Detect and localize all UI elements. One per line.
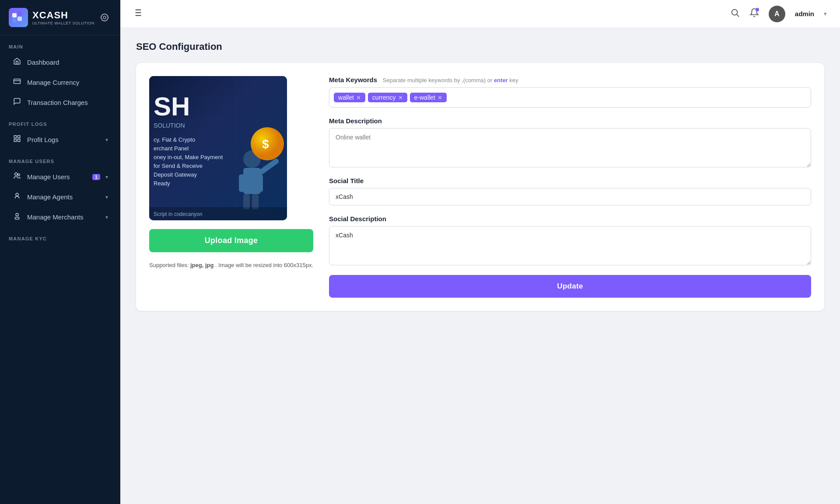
topbar-left bbox=[133, 8, 143, 20]
sidebar-item-label: Manage Merchants bbox=[27, 213, 100, 221]
svg-point-13 bbox=[16, 193, 18, 196]
sidebar-item-manage-currency[interactable]: Manage Currency bbox=[4, 73, 117, 92]
sidebar-item-manage-agents[interactable]: Manage Agents ▾ bbox=[4, 187, 117, 207]
sidebar-item-label: Profit Logs bbox=[27, 136, 100, 143]
admin-chevron-icon[interactable]: ▾ bbox=[824, 10, 827, 17]
sidebar-section-label-users: MANAGE USERS bbox=[0, 150, 120, 167]
seo-config-card: SH SOLUTION cy, Fiat & Crypto erchant Pa… bbox=[136, 63, 824, 311]
svg-text:Ready: Ready bbox=[154, 180, 170, 187]
avatar: A bbox=[769, 6, 785, 22]
social-title-input[interactable] bbox=[329, 188, 811, 205]
chevron-down-icon: ▾ bbox=[105, 214, 108, 220]
page-title: SEO Configuration bbox=[136, 41, 824, 52]
enter-key-text: enter bbox=[494, 77, 508, 83]
social-description-input[interactable]: xCash bbox=[329, 226, 811, 265]
upload-hint-formats: jpeg, jpg bbox=[190, 262, 214, 268]
svg-point-12 bbox=[18, 174, 20, 176]
tag-label: wallet bbox=[338, 94, 354, 101]
sidebar-item-transaction-charges[interactable]: Transaction Charges bbox=[4, 93, 117, 112]
meta-keywords-group: Meta Keywords Separate multiple keywords… bbox=[329, 76, 811, 108]
profit-icon bbox=[12, 135, 22, 145]
tag-remove-icon[interactable]: ✕ bbox=[398, 94, 403, 101]
chevron-down-icon: ▾ bbox=[105, 137, 108, 143]
charges-icon bbox=[12, 97, 22, 108]
svg-rect-41 bbox=[239, 174, 245, 192]
users-icon bbox=[12, 172, 22, 182]
chevron-down-icon: ▾ bbox=[105, 174, 108, 180]
sidebar-section-main: MAIN Dashboard Manage Currency Transacti… bbox=[0, 35, 120, 113]
update-button[interactable]: Update bbox=[329, 275, 811, 298]
sidebar-item-label: Manage Currency bbox=[27, 79, 108, 86]
upload-hint-suffix: . Image will be resized into 600x315px. bbox=[215, 262, 313, 268]
tag-wallet: wallet ✕ bbox=[334, 93, 365, 102]
sidebar-item-profit-logs[interactable]: Profit Logs ▾ bbox=[4, 130, 117, 149]
chevron-down-icon: ▾ bbox=[105, 194, 108, 200]
svg-point-11 bbox=[15, 173, 18, 175]
logo-name: XCASH bbox=[32, 10, 94, 21]
sidebar-item-label: Dashboard bbox=[27, 59, 108, 66]
logo-dot bbox=[101, 14, 108, 21]
svg-rect-1 bbox=[18, 11, 22, 16]
svg-point-14 bbox=[16, 213, 18, 216]
svg-line-20 bbox=[737, 14, 739, 17]
upload-hint: Supported files: jpeg, jpg . Image will … bbox=[149, 261, 313, 270]
svg-text:cy, Fiat & Crypto: cy, Fiat & Crypto bbox=[154, 136, 195, 143]
admin-name: admin bbox=[795, 10, 814, 17]
badge: 1 bbox=[92, 174, 100, 180]
sidebar-item-dashboard[interactable]: Dashboard bbox=[4, 52, 117, 72]
svg-rect-0 bbox=[12, 13, 17, 17]
meta-keywords-row: Meta Keywords Separate multiple keywords… bbox=[329, 76, 811, 84]
svg-rect-8 bbox=[18, 136, 20, 138]
social-description-group: Social Description xCash bbox=[329, 215, 811, 265]
logo-icon bbox=[9, 8, 28, 27]
svg-rect-42 bbox=[256, 174, 263, 192]
svg-rect-43 bbox=[243, 194, 250, 209]
sidebar-item-manage-merchants[interactable]: Manage Merchants ▾ bbox=[4, 207, 117, 227]
topbar-right: A admin ▾ bbox=[730, 6, 827, 22]
meta-description-group: Meta Description bbox=[329, 117, 811, 167]
card-right: Meta Keywords Separate multiple keywords… bbox=[329, 76, 811, 298]
merchants-icon bbox=[12, 212, 22, 222]
svg-text:erchant Panel: erchant Panel bbox=[154, 145, 189, 152]
sidebar-item-label: Transaction Charges bbox=[27, 99, 108, 106]
bell-wrapper bbox=[749, 8, 759, 20]
content: SEO Configuration bbox=[120, 28, 840, 504]
sidebar-item-manage-users[interactable]: Manage Users 1 ▾ bbox=[4, 167, 117, 187]
tag-remove-icon[interactable]: ✕ bbox=[356, 94, 361, 101]
tags-container[interactable]: wallet ✕ currency ✕ e-wallet ✕ bbox=[329, 87, 811, 108]
grid-icon[interactable] bbox=[133, 8, 143, 20]
sidebar-item-label: Manage Agents bbox=[27, 193, 100, 201]
meta-description-input[interactable] bbox=[329, 128, 811, 167]
sidebar-logo: XCASH ULTIMATE WALLET SOLUTION bbox=[0, 0, 120, 35]
social-description-label: Social Description bbox=[329, 215, 811, 222]
svg-point-4 bbox=[103, 16, 106, 19]
sidebar-section-manage-users: MANAGE USERS Manage Users 1 ▾ Manage Age… bbox=[0, 150, 120, 227]
upload-hint-prefix: Supported files: bbox=[149, 262, 189, 268]
tag-remove-icon[interactable]: ✕ bbox=[438, 94, 442, 101]
meta-keywords-hint: Separate multiple keywords by ,(comma) o… bbox=[383, 77, 518, 83]
sidebar: XCASH ULTIMATE WALLET SOLUTION MAIN Dash… bbox=[0, 0, 120, 504]
preview-image: SH SOLUTION cy, Fiat & Crypto erchant Pa… bbox=[149, 76, 287, 220]
search-icon[interactable] bbox=[730, 8, 740, 20]
tag-e-wallet: e-wallet ✕ bbox=[410, 93, 447, 102]
logo-sub: ULTIMATE WALLET SOLUTION bbox=[32, 21, 94, 25]
sidebar-section-manage-kyc: MANAGE KYC bbox=[0, 227, 120, 244]
upload-image-button[interactable]: Upload Image bbox=[149, 229, 313, 252]
topbar: A admin ▾ bbox=[120, 0, 840, 28]
meta-keywords-label: Meta Keywords bbox=[329, 76, 377, 83]
svg-rect-2 bbox=[12, 18, 17, 23]
tag-label: e-wallet bbox=[414, 94, 435, 101]
social-title-label: Social Title bbox=[329, 177, 811, 184]
svg-rect-3 bbox=[18, 17, 22, 21]
social-title-group: Social Title bbox=[329, 177, 811, 205]
home-icon bbox=[12, 57, 22, 67]
sidebar-item-label: Manage Users bbox=[27, 173, 87, 181]
svg-text:SH: SH bbox=[154, 92, 190, 121]
sidebar-section-profit-logs: PROFIT LOGS Profit Logs ▾ bbox=[0, 113, 120, 150]
main-area: A admin ▾ SEO Configuration bbox=[120, 0, 840, 504]
sidebar-section-label-profit: PROFIT LOGS bbox=[0, 113, 120, 129]
sidebar-section-label-main: MAIN bbox=[0, 35, 120, 52]
svg-point-19 bbox=[732, 10, 737, 15]
svg-rect-7 bbox=[14, 136, 16, 138]
currency-icon bbox=[12, 77, 22, 87]
